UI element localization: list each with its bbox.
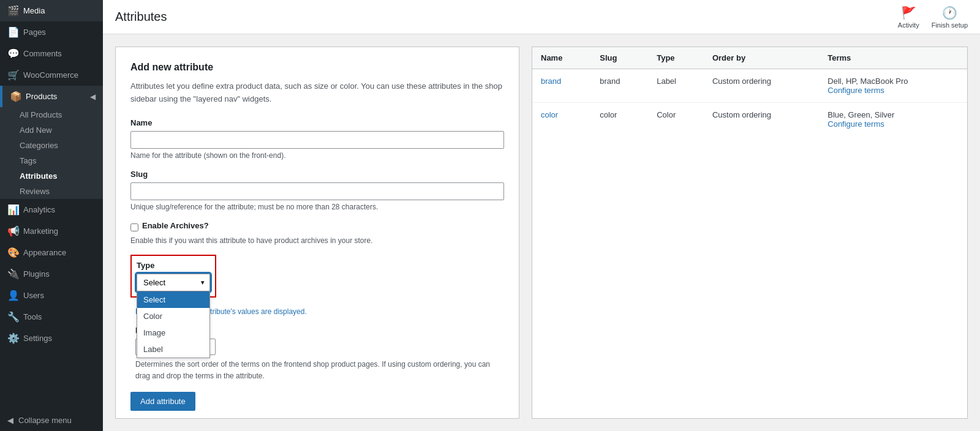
collapse-menu-button[interactable]: ◀ Collapse menu [0, 410, 103, 431]
tags-label: Tags [20, 156, 36, 165]
sidebar-item-label: Users [23, 291, 44, 300]
woocommerce-icon: 🛒 [7, 69, 18, 81]
color-slug-cell: color [591, 103, 648, 137]
media-icon: 🎬 [7, 5, 18, 17]
type-option-select[interactable]: Select [137, 291, 209, 308]
sidebar-item-settings[interactable]: ⚙️ Settings [0, 328, 103, 349]
col-order-by: Order by [704, 47, 819, 69]
sidebar-item-comments[interactable]: 💬 Comments [0, 43, 103, 64]
color-order-cell: Custom ordering [704, 103, 819, 137]
add-new-label: Add New [20, 126, 52, 135]
add-attribute-form: Add new attribute Attributes let you def… [115, 47, 519, 419]
appearance-icon: 🎨 [7, 247, 18, 258]
col-terms: Terms [819, 47, 967, 69]
sidebar-item-tags[interactable]: Tags [0, 153, 103, 168]
name-group: Name Name for the attribute (shown on th… [130, 118, 504, 160]
color-configure-link[interactable]: Configure terms [827, 119, 884, 129]
table-row: brand brand Label Custom ordering Dell, … [532, 69, 967, 103]
brand-type-cell: Label [648, 69, 704, 103]
products-arrow-icon: ◀ [90, 92, 96, 101]
sidebar-item-label: Media [23, 6, 45, 15]
sidebar-item-label: Plugins [23, 269, 50, 279]
comments-icon: 💬 [7, 48, 18, 59]
type-select-wrapper: Select Select Color Image Label [137, 274, 210, 291]
sidebar-item-categories[interactable]: Categories [0, 138, 103, 153]
sidebar-item-label: Marketing [23, 227, 58, 236]
sidebar-item-label: Tools [23, 312, 42, 321]
sidebar-item-label: Pages [23, 28, 46, 37]
attributes-label: Attributes [20, 171, 57, 181]
table-row: color color Color Custom ordering Blue, … [532, 103, 967, 137]
sidebar-item-label: Settings [23, 334, 52, 343]
brand-order-cell: Custom ordering [704, 69, 819, 103]
slug-hint: Unique slug/reference for the attribute;… [130, 203, 504, 211]
brand-name-link[interactable]: brand [541, 77, 561, 86]
slug-input[interactable] [130, 182, 504, 200]
form-title: Add new attribute [130, 62, 504, 73]
type-option-label[interactable]: Label [137, 341, 209, 358]
sidebar-item-label: WooCommerce [23, 70, 78, 80]
type-option-image[interactable]: Image [137, 324, 209, 341]
pages-icon: 📄 [7, 26, 18, 38]
color-terms-cell: Blue, Green, Silver Configure terms [819, 103, 967, 137]
sidebar-item-pages[interactable]: 📄 Pages [0, 21, 103, 43]
sidebar-item-tools[interactable]: 🔧 Tools [0, 306, 103, 328]
sidebar-item-add-new[interactable]: Add New [0, 122, 103, 138]
name-hint: Name for the attribute (shown on the fro… [130, 151, 504, 160]
col-name: Name [532, 47, 591, 69]
finish-setup-icon: 🕐 [942, 6, 957, 20]
sidebar-item-users[interactable]: 👤 Users [0, 285, 103, 306]
color-type-cell: Color [648, 103, 704, 137]
products-submenu: All Products Add New Categories Tags Att… [0, 107, 103, 199]
type-option-color[interactable]: Color [137, 308, 209, 324]
collapse-label: Collapse menu [18, 416, 72, 425]
settings-icon: ⚙️ [7, 332, 18, 344]
sidebar-item-analytics[interactable]: 📊 Analytics [0, 199, 103, 220]
finish-setup-label: Finish setup [932, 21, 968, 29]
attributes-table: Name Slug Type Order by Terms brand bran… [532, 47, 967, 136]
products-icon: 📦 [10, 91, 21, 102]
sidebar-item-label: Products [26, 92, 57, 101]
main-content: Attributes 🚩 Activity 🕐 Finish setup Add… [103, 0, 980, 431]
type-section: Type Select Select Color Image Label [130, 255, 216, 298]
sidebar-item-products[interactable]: 📦 Products ◀ [0, 86, 103, 107]
color-name-link[interactable]: color [541, 110, 558, 119]
form-description: Attributes let you define extra product … [130, 80, 504, 106]
slug-group: Slug Unique slug/reference for the attri… [130, 170, 504, 211]
add-attribute-button[interactable]: Add attribute [130, 392, 195, 411]
name-label: Name [130, 118, 504, 127]
sidebar-item-appearance[interactable]: 🎨 Appearance [0, 242, 103, 263]
type-selected-value: Select [143, 278, 165, 287]
attributes-table-panel: Name Slug Type Order by Terms brand bran… [532, 47, 968, 419]
order-hint: Determines the sort order of the terms o… [135, 359, 504, 382]
finish-setup-button[interactable]: 🕐 Finish setup [932, 6, 968, 29]
name-input[interactable] [130, 131, 504, 149]
activity-icon: 🚩 [901, 6, 916, 20]
all-products-label: All Products [20, 110, 62, 119]
type-select-button[interactable]: Select [137, 274, 210, 291]
brand-terms-text: Dell, HP, MacBook Pro [827, 77, 908, 86]
sidebar-item-attributes[interactable]: Attributes [0, 168, 103, 184]
categories-label: Categories [20, 141, 58, 150]
sidebar-item-reviews[interactable]: Reviews [0, 184, 103, 199]
sidebar-item-plugins[interactable]: 🔌 Plugins [0, 263, 103, 285]
sidebar-item-woocommerce[interactable]: 🛒 WooCommerce [0, 64, 103, 86]
enable-archives-hint: Enable this if you want this attribute t… [130, 236, 504, 245]
brand-name-cell: brand [532, 69, 591, 103]
sidebar-item-media[interactable]: 🎬 Media [0, 0, 103, 21]
enable-archives-checkbox[interactable] [130, 223, 138, 231]
type-dropdown-menu: Select Color Image Label [137, 291, 210, 358]
color-terms-text: Blue, Green, Silver [827, 110, 894, 119]
sidebar-item-marketing[interactable]: 📢 Marketing [0, 220, 103, 242]
activity-button[interactable]: 🚩 Activity [898, 6, 919, 29]
analytics-icon: 📊 [7, 204, 18, 216]
brand-configure-link[interactable]: Configure terms [827, 86, 884, 95]
content-area: Add new attribute Attributes let you def… [103, 34, 980, 431]
sidebar-item-all-products[interactable]: All Products [0, 107, 103, 122]
topbar: Attributes 🚩 Activity 🕐 Finish setup [103, 0, 980, 34]
col-slug: Slug [591, 47, 648, 69]
enable-archives-group: Enable Archives? Enable this if you want… [130, 221, 504, 245]
sidebar-item-label: Comments [23, 49, 62, 58]
type-label: Type [137, 261, 210, 270]
plugins-icon: 🔌 [7, 268, 18, 280]
